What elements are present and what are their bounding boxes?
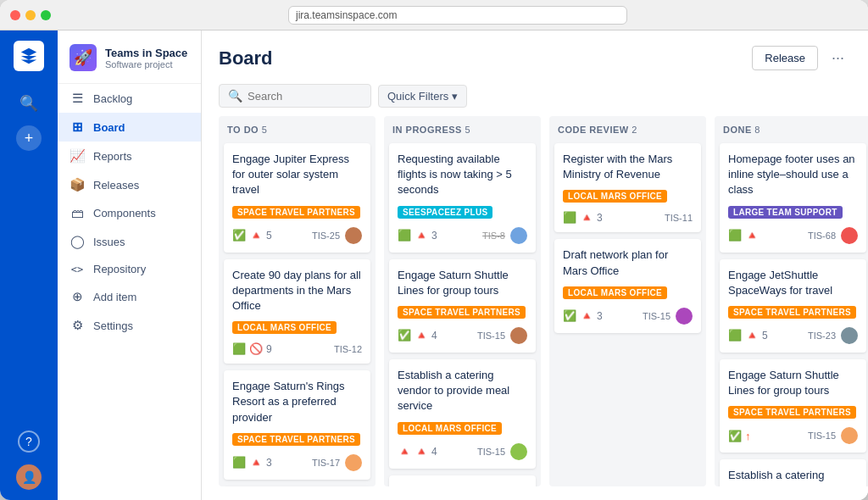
- more-button[interactable]: ···: [825, 46, 851, 70]
- release-button[interactable]: Release: [752, 46, 818, 70]
- sidebar: 🔍 + ? 👤: [0, 31, 58, 500]
- card-done3[interactable]: Engage Saturn Shuttle Lines for group to…: [720, 359, 866, 453]
- card-meta: TIS-15: [477, 443, 527, 460]
- components-label: Components: [93, 207, 156, 219]
- card-tis25[interactable]: Engage Jupiter Express for outer solar s…: [224, 143, 370, 253]
- card-title: Engage Saturn's Rings Resort as a prefer…: [232, 379, 362, 425]
- card-id: TIS-23: [808, 331, 836, 341]
- search-nav-icon[interactable]: 🔍: [12, 88, 46, 119]
- card-inprogress3[interactable]: Establish a catering vendor to provide m…: [389, 359, 536, 469]
- priority-icon: 🔺: [580, 309, 593, 322]
- card-meta: TIS-8: [482, 227, 527, 244]
- search-input[interactable]: [248, 90, 358, 103]
- column-codereview-header: CODE REVIEW 2: [549, 116, 706, 140]
- card-tag: LOCAL MARS OFFICE: [563, 286, 667, 299]
- card-icons: 🟩 🔺: [728, 229, 759, 242]
- issues-label: Issues: [93, 236, 125, 248]
- card-tis12[interactable]: Create 90 day plans for all departments …: [224, 259, 370, 364]
- toolbar: 🔍 Quick Filters ▾: [202, 79, 868, 116]
- column-inprogress-header: IN PROGRESS 5: [384, 116, 541, 140]
- card-avatar: [841, 427, 858, 444]
- url-text: jira.teamsinspace.com: [296, 9, 397, 21]
- sidebar-item-settings[interactable]: ⚙ Settings: [58, 311, 201, 340]
- title-bar: jira.teamsinspace.com: [0, 0, 868, 31]
- card-inprogress4[interactable]: Engage Saturn Shuttle Lines for group to…: [389, 475, 536, 487]
- settings-icon: ⚙: [70, 318, 85, 333]
- card-inprogress2[interactable]: Engage Saturn Shuttle Lines for group to…: [389, 259, 536, 353]
- project-name: Teams in Space: [105, 47, 187, 59]
- card-done1[interactable]: Homepage footer uses an inline style–sho…: [720, 143, 866, 253]
- sidebar-item-backlog[interactable]: ☰ Backlog: [58, 84, 201, 113]
- url-bar[interactable]: jira.teamsinspace.com: [288, 6, 627, 25]
- card-footer: ✅ ↑ TIS-15: [728, 427, 858, 444]
- card-meta: TIS-11: [665, 213, 693, 223]
- sidebar-item-board[interactable]: ⊞ Board: [58, 113, 201, 142]
- help-icon[interactable]: ?: [18, 431, 40, 453]
- card-icons: ✅ 🔺 4: [398, 329, 437, 342]
- card-meta: TIS-68: [808, 227, 858, 244]
- add-nav-button[interactable]: +: [16, 125, 42, 151]
- nav-panel: 🚀 Teams in Space Software project ☰ Back…: [58, 31, 202, 500]
- card-avatar: [510, 227, 527, 244]
- story-icon: 🟩: [232, 342, 246, 355]
- maximize-button[interactable]: [41, 10, 51, 20]
- card-icons: 🟩 🔺 3: [232, 456, 272, 469]
- column-done-body: Homepage footer uses an inline style–sho…: [715, 140, 868, 486]
- card-avatar: [676, 308, 693, 325]
- card-count: 5: [762, 330, 768, 342]
- sidebar-item-reports[interactable]: 📈 Reports: [58, 142, 201, 170]
- card-footer: 🟩 🔺 3 TIS-8: [398, 227, 527, 244]
- card-title: Establish a catering vendor to provide m…: [728, 468, 858, 486]
- column-todo-body: Engage Jupiter Express for outer solar s…: [219, 140, 376, 486]
- board-icon: ⊞: [70, 119, 85, 135]
- card-id: TIS-15: [477, 447, 505, 457]
- column-done-title: DONE 8: [723, 125, 760, 135]
- sidebar-item-repository[interactable]: <> Repository: [58, 256, 201, 282]
- card-icons: 🟩 🚫 9: [232, 342, 272, 355]
- story-icon: 🟩: [398, 229, 411, 242]
- card-avatar: [841, 227, 858, 244]
- user-avatar[interactable]: 👤: [16, 464, 42, 490]
- card-cr1[interactable]: Register with the Mars Ministry of Reven…: [554, 143, 701, 232]
- card-done2[interactable]: Engage JetShuttle SpaceWays for travel S…: [720, 259, 866, 353]
- card-title: Create 90 day plans for all departments …: [232, 268, 362, 314]
- sidebar-item-releases[interactable]: 📦 Releases: [58, 170, 201, 199]
- story-icon: 🟩: [232, 456, 246, 469]
- card-id: TIS-15: [477, 331, 505, 341]
- reports-label: Reports: [93, 150, 132, 163]
- card-tag: SPACE TRAVEL PARTNERS: [728, 306, 856, 319]
- minimize-button[interactable]: [25, 10, 36, 20]
- column-todo: TO DO 5 Engage Jupiter Express for outer…: [219, 116, 376, 486]
- card-avatar: [841, 327, 858, 344]
- sidebar-item-issues[interactable]: ◯ Issues: [58, 227, 201, 256]
- card-done4[interactable]: Establish a catering vendor to provide m…: [720, 459, 866, 486]
- sidebar-item-components[interactable]: 🗃 Components: [58, 199, 201, 227]
- repository-label: Repository: [93, 263, 146, 275]
- card-title: Engage Jupiter Express for outer solar s…: [232, 152, 362, 198]
- sidebar-item-add-item[interactable]: ⊕ Add item: [58, 282, 201, 311]
- card-tag: SPACE TRAVEL PARTNERS: [398, 306, 526, 319]
- check-icon: ✅: [563, 309, 576, 322]
- repository-icon: <>: [70, 264, 85, 275]
- app-logo[interactable]: [14, 41, 44, 71]
- project-header: 🚀 Teams in Space Software project: [58, 31, 201, 84]
- card-inprogress1[interactable]: Requesting available flights is now taki…: [389, 143, 536, 253]
- story-icon: 🟩: [563, 211, 576, 224]
- close-button[interactable]: [10, 10, 20, 20]
- card-meta: TIS-12: [334, 344, 362, 354]
- card-tis17[interactable]: Engage Saturn's Rings Resort as a prefer…: [224, 370, 370, 480]
- card-cr2[interactable]: Draft network plan for Mars Office LOCAL…: [554, 239, 701, 332]
- main-content: Board Release ··· 🔍 Quick Filters ▾: [202, 31, 868, 500]
- issues-icon: ◯: [70, 234, 85, 249]
- card-avatar: [510, 327, 527, 344]
- project-type: Software project: [105, 59, 187, 69]
- card-count: 5: [266, 230, 272, 242]
- story-icon: 🟩: [728, 229, 742, 242]
- quick-filters-button[interactable]: Quick Filters ▾: [378, 85, 467, 108]
- search-box[interactable]: 🔍: [219, 84, 371, 108]
- card-footer: 🟩 🔺 TIS-68: [728, 227, 858, 244]
- sidebar-bottom: ? 👤: [16, 431, 42, 490]
- project-avatar: 🚀: [70, 44, 97, 71]
- card-icons: ✅ 🔺 3: [563, 309, 603, 322]
- card-count: 4: [431, 446, 437, 458]
